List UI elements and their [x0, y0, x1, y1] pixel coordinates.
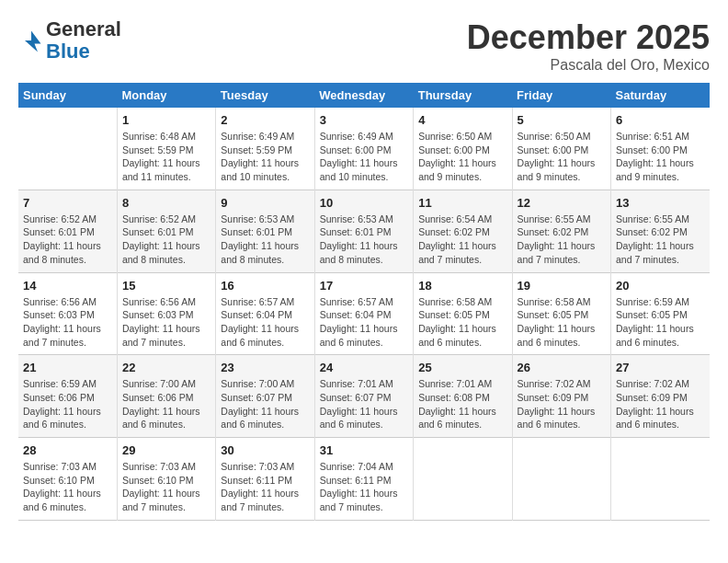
- day-info: Sunrise: 6:56 AM Sunset: 6:03 PM Dayligh…: [122, 295, 210, 350]
- day-info: Sunrise: 7:00 AM Sunset: 6:07 PM Dayligh…: [221, 377, 309, 431]
- calendar-cell: 17Sunrise: 6:57 AM Sunset: 6:04 PM Dayli…: [314, 272, 413, 355]
- day-number: 28: [23, 443, 112, 457]
- calendar-cell: 22Sunrise: 7:00 AM Sunset: 6:06 PM Dayli…: [117, 355, 215, 438]
- day-info: Sunrise: 6:48 AM Sunset: 5:59 PM Dayligh…: [122, 130, 210, 184]
- calendar-cell: 2Sunrise: 6:49 AM Sunset: 5:59 PM Daylig…: [216, 108, 314, 190]
- logo: GeneralBlue: [18, 18, 121, 63]
- day-number: 8: [122, 196, 210, 210]
- day-number: 24: [320, 361, 408, 374]
- day-info: Sunrise: 6:57 AM Sunset: 6:04 PM Dayligh…: [320, 295, 408, 350]
- day-info: Sunrise: 6:53 AM Sunset: 6:01 PM Dayligh…: [320, 213, 408, 267]
- day-info: Sunrise: 6:58 AM Sunset: 6:05 PM Dayligh…: [518, 295, 606, 350]
- day-info: Sunrise: 7:01 AM Sunset: 6:07 PM Dayligh…: [320, 377, 408, 431]
- day-info: Sunrise: 7:03 AM Sunset: 6:10 PM Dayligh…: [23, 460, 112, 514]
- calendar-cell: 15Sunrise: 6:56 AM Sunset: 6:03 PM Dayli…: [117, 272, 215, 355]
- day-info: Sunrise: 7:02 AM Sunset: 6:09 PM Dayligh…: [616, 377, 705, 431]
- day-info: Sunrise: 6:50 AM Sunset: 6:00 PM Dayligh…: [518, 130, 606, 184]
- calendar-cell: 28Sunrise: 7:03 AM Sunset: 6:10 PM Dayli…: [18, 438, 117, 521]
- calendar-cell: 20Sunrise: 6:59 AM Sunset: 6:05 PM Dayli…: [611, 272, 710, 355]
- day-number: 9: [221, 196, 309, 210]
- day-number: 3: [320, 113, 408, 127]
- day-number: 5: [518, 113, 606, 127]
- day-info: Sunrise: 7:01 AM Sunset: 6:08 PM Dayligh…: [418, 377, 506, 431]
- day-info: Sunrise: 7:02 AM Sunset: 6:09 PM Dayligh…: [518, 377, 606, 431]
- weekday-header-row: SundayMondayTuesdayWednesdayThursdayFrid…: [18, 83, 710, 108]
- day-info: Sunrise: 6:54 AM Sunset: 6:02 PM Dayligh…: [418, 213, 506, 267]
- calendar-cell: 18Sunrise: 6:58 AM Sunset: 6:05 PM Dayli…: [414, 272, 512, 355]
- calendar-cell: 29Sunrise: 7:03 AM Sunset: 6:10 PM Dayli…: [117, 438, 215, 521]
- calendar-cell: 7Sunrise: 6:52 AM Sunset: 6:01 PM Daylig…: [18, 190, 117, 272]
- day-info: Sunrise: 7:03 AM Sunset: 6:11 PM Dayligh…: [221, 460, 309, 514]
- day-info: Sunrise: 6:49 AM Sunset: 5:59 PM Dayligh…: [221, 130, 309, 184]
- day-number: 10: [320, 196, 408, 210]
- calendar-cell: 19Sunrise: 6:58 AM Sunset: 6:05 PM Dayli…: [512, 272, 610, 355]
- calendar-cell: 16Sunrise: 6:57 AM Sunset: 6:04 PM Dayli…: [216, 272, 314, 355]
- calendar-cell: [414, 438, 512, 521]
- day-info: Sunrise: 6:55 AM Sunset: 6:02 PM Dayligh…: [616, 213, 705, 267]
- calendar-cell: [611, 438, 710, 521]
- day-number: 2: [221, 113, 309, 127]
- weekday-header: Sunday: [18, 83, 117, 108]
- page-header: GeneralBlue December 2025 Pascala del Or…: [18, 18, 710, 74]
- calendar-cell: 26Sunrise: 7:02 AM Sunset: 6:09 PM Dayli…: [512, 355, 610, 438]
- calendar-cell: 9Sunrise: 6:53 AM Sunset: 6:01 PM Daylig…: [216, 190, 314, 272]
- calendar-cell: 10Sunrise: 6:53 AM Sunset: 6:01 PM Dayli…: [314, 190, 413, 272]
- calendar-week-row: 7Sunrise: 6:52 AM Sunset: 6:01 PM Daylig…: [18, 190, 710, 272]
- day-number: 6: [616, 113, 705, 127]
- day-info: Sunrise: 6:50 AM Sunset: 6:00 PM Dayligh…: [418, 130, 506, 184]
- month-title: December 2025: [467, 18, 710, 57]
- day-info: Sunrise: 6:59 AM Sunset: 6:06 PM Dayligh…: [23, 377, 112, 431]
- calendar-cell: 24Sunrise: 7:01 AM Sunset: 6:07 PM Dayli…: [314, 355, 413, 438]
- calendar-cell: 11Sunrise: 6:54 AM Sunset: 6:02 PM Dayli…: [414, 190, 512, 272]
- day-info: Sunrise: 7:03 AM Sunset: 6:10 PM Dayligh…: [122, 460, 210, 514]
- day-number: 26: [518, 361, 606, 374]
- day-number: 27: [616, 361, 705, 374]
- day-info: Sunrise: 7:00 AM Sunset: 6:06 PM Dayligh…: [122, 377, 210, 431]
- weekday-header: Wednesday: [314, 83, 413, 108]
- calendar-cell: 13Sunrise: 6:55 AM Sunset: 6:02 PM Dayli…: [611, 190, 710, 272]
- calendar-cell: 8Sunrise: 6:52 AM Sunset: 6:01 PM Daylig…: [117, 190, 215, 272]
- day-number: 4: [418, 113, 506, 127]
- svg-marker-0: [25, 31, 41, 52]
- logo-icon: [18, 28, 44, 53]
- location-title: Pascala del Oro, Mexico: [467, 57, 710, 74]
- day-number: 15: [122, 279, 210, 293]
- day-info: Sunrise: 6:52 AM Sunset: 6:01 PM Dayligh…: [23, 213, 112, 267]
- day-number: 31: [320, 443, 408, 457]
- weekday-header: Saturday: [611, 83, 710, 108]
- day-number: 30: [221, 443, 309, 457]
- calendar-cell: 30Sunrise: 7:03 AM Sunset: 6:11 PM Dayli…: [216, 438, 314, 521]
- weekday-header: Friday: [512, 83, 610, 108]
- day-number: 19: [518, 279, 606, 293]
- day-number: 17: [320, 279, 408, 293]
- calendar-cell: 27Sunrise: 7:02 AM Sunset: 6:09 PM Dayli…: [611, 355, 710, 438]
- day-info: Sunrise: 6:49 AM Sunset: 6:00 PM Dayligh…: [320, 130, 408, 184]
- calendar-cell: 5Sunrise: 6:50 AM Sunset: 6:00 PM Daylig…: [512, 108, 610, 190]
- calendar-cell: 3Sunrise: 6:49 AM Sunset: 6:00 PM Daylig…: [314, 108, 413, 190]
- day-number: 25: [418, 361, 506, 374]
- day-number: 21: [23, 361, 112, 374]
- calendar-week-row: 21Sunrise: 6:59 AM Sunset: 6:06 PM Dayli…: [18, 355, 710, 438]
- calendar-table: SundayMondayTuesdayWednesdayThursdayFrid…: [18, 83, 710, 521]
- day-number: 29: [122, 443, 210, 457]
- day-info: Sunrise: 6:56 AM Sunset: 6:03 PM Dayligh…: [23, 295, 112, 350]
- calendar-cell: 31Sunrise: 7:04 AM Sunset: 6:11 PM Dayli…: [314, 438, 413, 521]
- day-info: Sunrise: 6:52 AM Sunset: 6:01 PM Dayligh…: [122, 213, 210, 267]
- calendar-cell: 4Sunrise: 6:50 AM Sunset: 6:00 PM Daylig…: [414, 108, 512, 190]
- calendar-week-row: 14Sunrise: 6:56 AM Sunset: 6:03 PM Dayli…: [18, 272, 710, 355]
- calendar-cell: 1Sunrise: 6:48 AM Sunset: 5:59 PM Daylig…: [117, 108, 215, 190]
- day-number: 12: [518, 196, 606, 210]
- day-number: 1: [122, 113, 210, 127]
- day-info: Sunrise: 6:57 AM Sunset: 6:04 PM Dayligh…: [221, 295, 309, 350]
- day-number: 20: [616, 279, 705, 293]
- day-info: Sunrise: 6:51 AM Sunset: 6:00 PM Dayligh…: [616, 130, 705, 184]
- day-number: 14: [23, 279, 112, 293]
- day-info: Sunrise: 7:04 AM Sunset: 6:11 PM Dayligh…: [320, 460, 408, 514]
- day-number: 13: [616, 196, 705, 210]
- calendar-cell: 23Sunrise: 7:00 AM Sunset: 6:07 PM Dayli…: [216, 355, 314, 438]
- calendar-week-row: 28Sunrise: 7:03 AM Sunset: 6:10 PM Dayli…: [18, 438, 710, 521]
- calendar-week-row: 1Sunrise: 6:48 AM Sunset: 5:59 PM Daylig…: [18, 108, 710, 190]
- weekday-header: Tuesday: [216, 83, 314, 108]
- calendar-cell: 14Sunrise: 6:56 AM Sunset: 6:03 PM Dayli…: [18, 272, 117, 355]
- day-number: 18: [418, 279, 506, 293]
